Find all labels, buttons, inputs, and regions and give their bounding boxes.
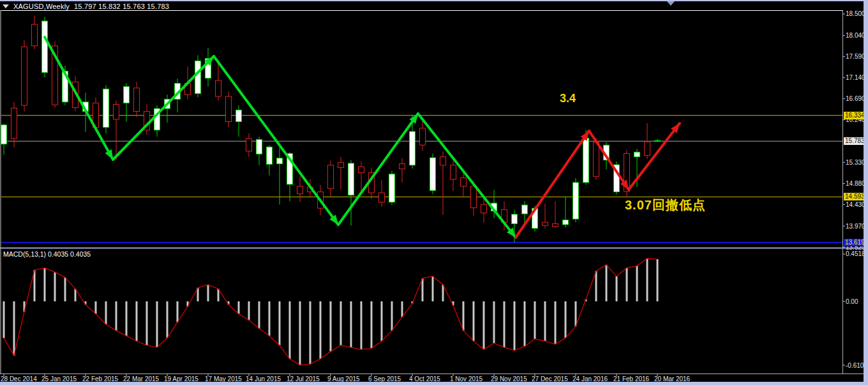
trend-arrow-segment[interactable] (214, 56, 338, 225)
candle-body (124, 87, 130, 103)
candle-body (471, 186, 477, 208)
time-tick-label: 29 Nov 2015 (491, 375, 527, 382)
candle-body (512, 215, 518, 224)
time-tick-label: 27 Dec 2015 (532, 375, 568, 382)
candle-body (573, 183, 579, 219)
candle-body (134, 88, 140, 112)
time-tick-label: 21 Feb 2016 (613, 375, 650, 382)
candle-body (42, 21, 48, 73)
candle-body (11, 108, 17, 139)
time-tick-label: 22 Mar 2015 (123, 375, 160, 382)
price-tick-label: 16.690 (846, 95, 865, 102)
trend-arrows-green[interactable] (45, 37, 516, 238)
candle-body (328, 165, 334, 189)
candle-body (389, 174, 395, 202)
candle-body (655, 140, 661, 141)
candle-body (522, 205, 528, 214)
candle-body (594, 142, 599, 177)
macd-tick-label: 0.4518 (846, 250, 865, 257)
window-frame-top (0, 0, 868, 1)
time-tick-label: 1 Nov 2015 (450, 375, 483, 382)
macd-indicator-label: MACD(5,13,1) 0.4035 0.4035 (3, 250, 91, 258)
macd-histogram[interactable] (4, 259, 657, 365)
window-frame-right (864, 0, 868, 385)
macd-tick-label: 0.00 (846, 298, 858, 305)
price-tick-label: 17.590 (846, 53, 865, 60)
chart-canvas[interactable]: 18.50018.04017.59017.14016.69016.24015.3… (0, 0, 868, 385)
chart-title-symbol: XAGUSD,Weekly (13, 3, 70, 10)
candle-body (634, 152, 640, 156)
candle-body (257, 139, 262, 154)
candle-body (103, 89, 109, 127)
candle-body (645, 142, 650, 155)
candle-body (267, 147, 273, 164)
candle-body (440, 157, 446, 165)
price-tick-label: 17.140 (846, 74, 865, 81)
candle-body (410, 132, 415, 165)
trend-arrow-head (105, 149, 113, 160)
candle-body (451, 165, 456, 179)
candle-body (430, 158, 436, 190)
candle-body (481, 204, 487, 213)
candle-body (216, 80, 221, 96)
candle-body (297, 186, 303, 194)
time-tick-label: 17 May 2015 (205, 375, 242, 382)
time-tick-label: 22 Feb 2015 (82, 375, 119, 382)
candle-body (246, 139, 252, 151)
trend-arrow-segment[interactable] (113, 56, 214, 160)
time-tick-label: 12 Jul 2015 (287, 375, 320, 382)
candle-body (359, 167, 364, 173)
price-marker-badge: 16.334 (844, 112, 864, 119)
candle-body (195, 61, 201, 93)
chart-title-quotes: 15.797 15.832 15.763 15.783 (74, 3, 169, 10)
chart-title-bar: XAGUSD,Weekly 15.797 15.832 15.763 15.78… (3, 2, 169, 10)
annotation-pullback-low[interactable]: 3.07回撤低点 (625, 197, 706, 214)
price-tick-label: 18.040 (846, 32, 865, 39)
candle-body (563, 220, 569, 225)
candle-body (420, 128, 426, 145)
price-marker-badge: 13.619 (844, 239, 864, 246)
time-tick-label: 9 Aug 2015 (327, 375, 360, 382)
time-tick-label: 25 Jan 2015 (41, 375, 77, 382)
time-tick-label: 20 Mar 2016 (654, 375, 691, 382)
candle-body (236, 110, 242, 121)
price-tick-label: 13.970 (846, 223, 865, 230)
candle-body (277, 158, 283, 164)
candle-body (114, 104, 119, 119)
symbol-dropdown-icon[interactable] (3, 4, 9, 8)
candle-body (32, 24, 38, 46)
candle-body (461, 178, 467, 186)
time-tick-label: 4 Oct 2015 (409, 375, 440, 382)
time-tick-label: 19 Apr 2015 (164, 375, 198, 382)
price-marker-badge: 15.783 (844, 137, 864, 145)
chart-window: XAGUSD,Weekly 15.797 15.832 15.763 15.78… (0, 0, 868, 385)
candle-body (348, 163, 354, 195)
candle-body (379, 193, 385, 202)
price-tick-label: 15.330 (846, 159, 865, 166)
candle-body (226, 96, 232, 122)
candle-body (542, 222, 548, 225)
candle-body (338, 162, 344, 167)
price-tick-label: 14.430 (846, 201, 865, 208)
window-frame-bottom (0, 382, 868, 385)
candle-body (22, 47, 27, 105)
time-tick-label: 6 Sep 2015 (368, 375, 401, 382)
price-marker-badge: 14.593 (844, 193, 864, 200)
time-tick-label: 28 Dec 2014 (1, 375, 37, 382)
price-tick-label: 14.880 (846, 180, 865, 187)
candlesticks[interactable] (1, 16, 661, 243)
scroll-position-marker (667, 1, 675, 6)
candle-body (553, 223, 558, 226)
price-tick-label: 18.500 (846, 10, 865, 17)
annotation-level-3-4[interactable]: 3.4 (560, 92, 576, 105)
time-tick-label: 24 Jan 2016 (572, 375, 608, 382)
candle-body (583, 138, 589, 183)
candle-body (400, 164, 405, 169)
time-tick-label: 14 Jun 2015 (246, 375, 281, 382)
candle-body (1, 125, 7, 144)
